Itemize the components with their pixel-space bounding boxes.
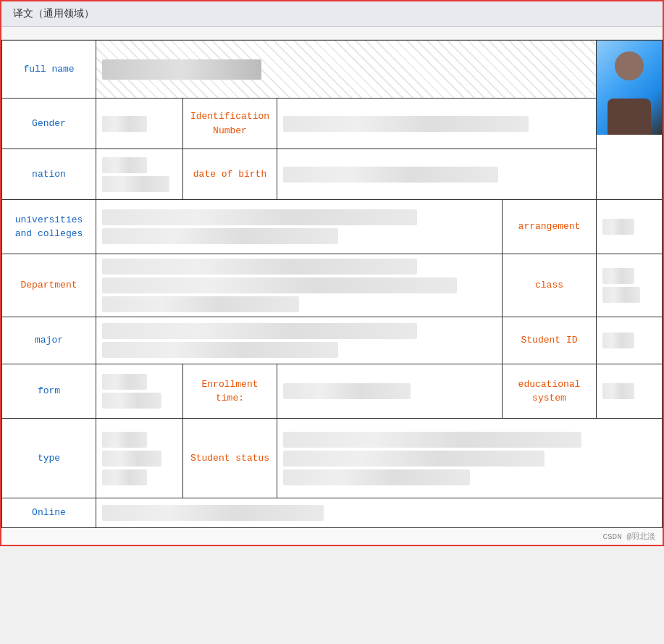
label-arrangement: arrangement: [503, 200, 597, 254]
label-form: form: [2, 364, 96, 419]
footer-bar: CSDN @羽北淡: [1, 528, 663, 545]
table-row: full name: [2, 41, 663, 99]
value-form: [96, 364, 183, 419]
blurred-bar: [602, 287, 640, 303]
blurred-bar: [283, 116, 529, 132]
label-fullname: full name: [2, 41, 96, 99]
photo-placeholder: [597, 41, 662, 135]
value-enrollment: [277, 364, 503, 419]
label-student-id: Student ID: [503, 317, 597, 364]
blurred-bar: [102, 469, 147, 485]
table-row: Department class: [2, 254, 663, 317]
label-educational-system: educational system: [503, 364, 597, 419]
value-gender: [96, 99, 183, 149]
blurred-group: [283, 116, 590, 132]
blurred-group: [102, 374, 177, 409]
photo-head: [615, 51, 644, 80]
value-nation: [96, 149, 183, 200]
blurred-group: [102, 259, 496, 312]
label-gender: Gender: [2, 99, 96, 149]
blurred-bar: [283, 167, 498, 183]
blurred-group: [102, 323, 496, 358]
blurred-group: [102, 157, 177, 192]
blurred-bar: [102, 393, 161, 409]
table-row: universities and colleges arrangement: [2, 200, 663, 254]
value-educational-system: [597, 364, 663, 419]
table-row: form Enrollment time: educational system: [2, 364, 663, 419]
title-bar: 译文（通用领域）: [1, 1, 663, 27]
blurred-name: [102, 59, 261, 80]
blurred-bar: [602, 333, 634, 348]
blurred-group: [283, 432, 656, 485]
value-class: [597, 254, 663, 317]
blurred-bar: [102, 157, 147, 173]
value-arrangement: [597, 200, 663, 254]
footer-text: CSDN @羽北淡: [602, 532, 655, 541]
table-row: Online: [2, 498, 663, 528]
blurred-bar: [102, 228, 338, 244]
label-dob: date of birth: [183, 149, 277, 200]
value-universities: [96, 200, 503, 254]
blurred-bar: [102, 176, 169, 192]
blurred-bar: [283, 432, 581, 448]
blurred-group: [283, 167, 590, 183]
blurred-bar: [102, 342, 338, 358]
label-universities: universities and colleges: [2, 200, 96, 254]
value-dob: [277, 149, 597, 200]
label-online: Online: [2, 498, 96, 528]
blurred-bar: [283, 469, 470, 485]
photo-body: [608, 99, 651, 135]
blurred-bar: [602, 268, 634, 284]
table-row: nation date of birth: [2, 149, 663, 200]
blurred-bar: [283, 451, 545, 467]
label-type: type: [2, 419, 96, 498]
title-text: 译文（通用领域）: [13, 8, 94, 20]
blurred-group: [102, 209, 496, 244]
blurred-bar: [102, 374, 147, 390]
value-student-status: [277, 419, 663, 498]
value-student-id: [597, 317, 663, 364]
label-student-status: Student status: [183, 419, 277, 498]
blurred-group: [102, 432, 177, 485]
blurred-bar: [102, 277, 457, 293]
label-department: Department: [2, 254, 96, 317]
spacer: [1, 27, 663, 40]
table-row: major Student ID: [2, 317, 663, 364]
label-nation: nation: [2, 149, 96, 200]
form-table: full name Gender Identification Number: [1, 40, 663, 528]
label-enrollment: Enrollment time:: [183, 364, 277, 419]
blurred-bar: [602, 219, 634, 235]
label-identification: Identification Number: [183, 99, 277, 149]
photo-cell: [597, 41, 663, 200]
value-identification: [277, 99, 597, 149]
label-major: major: [2, 317, 96, 364]
blurred-bar: [283, 383, 411, 399]
value-type: [96, 419, 183, 498]
blurred-bar: [102, 259, 417, 275]
blurred-bar: [602, 383, 634, 399]
blurred-bar: [102, 296, 299, 312]
blurred-bar: [102, 116, 147, 132]
value-online: [96, 498, 663, 528]
value-fullname: [96, 41, 597, 99]
table-row: Gender Identification Number: [2, 99, 663, 149]
blurred-bar: [102, 432, 147, 448]
value-department: [96, 254, 503, 317]
blurred-bar: [102, 451, 161, 467]
outer-wrapper: 译文（通用领域） full name Gender: [0, 0, 664, 546]
table-row: type Student status: [2, 419, 663, 498]
label-class: class: [503, 254, 597, 317]
blurred-bar: [102, 323, 417, 339]
value-major: [96, 317, 503, 364]
blurred-bar: [102, 505, 324, 521]
blurred-group: [102, 116, 177, 132]
blurred-bar: [102, 209, 417, 225]
